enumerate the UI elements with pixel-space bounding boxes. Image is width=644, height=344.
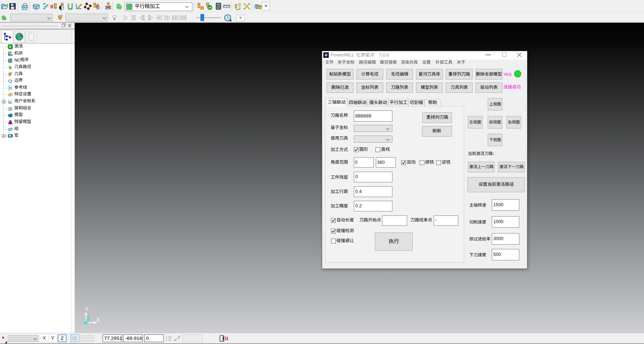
svg-text:X: X: [96, 317, 100, 323]
svg-text:z: z: [166, 339, 167, 341]
svg-text:Z: Z: [87, 315, 90, 321]
svg-text:Y: Y: [85, 306, 89, 312]
